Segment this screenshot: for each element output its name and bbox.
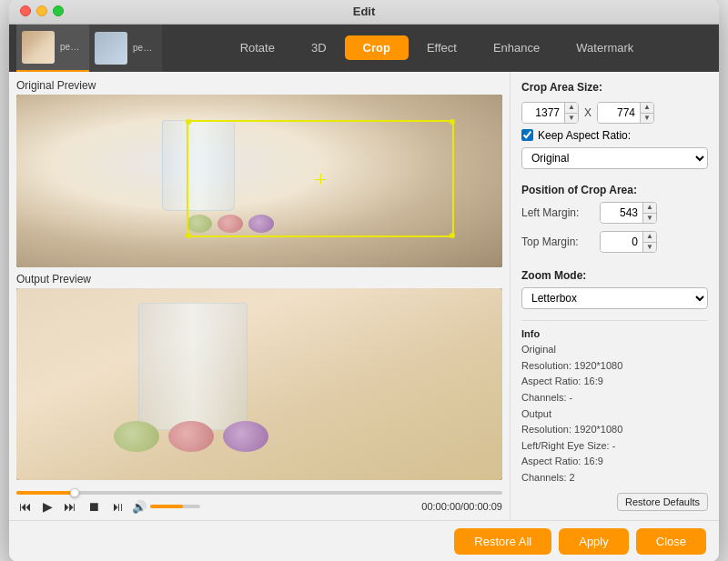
- crosshair-vertical: [320, 174, 321, 185]
- original-preview: [16, 95, 502, 267]
- width-up-button[interactable]: ▲: [565, 103, 578, 113]
- position-label: Position of Crop Area:: [521, 184, 708, 196]
- progress-fill: [16, 491, 75, 495]
- height-spinner: ▲ ▼: [640, 103, 653, 123]
- window-title: Edit: [353, 5, 376, 18]
- keep-aspect-label: Keep Aspect Ratio:: [538, 129, 631, 142]
- original-channels: Channels: -: [521, 390, 708, 406]
- output-macaron-pink: [168, 421, 214, 452]
- thumb-image-1: [22, 31, 55, 64]
- file-thumb-1[interactable]: pexels-jill-...: [16, 25, 89, 72]
- file-label-1: pexels-jill-...: [60, 42, 84, 52]
- output-preview: [16, 288, 502, 481]
- output-macaron-green: [114, 421, 159, 452]
- left-margin-down-button[interactable]: ▼: [643, 213, 656, 223]
- left-margin-input[interactable]: [601, 204, 642, 222]
- next-frame-button[interactable]: ⏯: [108, 498, 126, 515]
- output-eye-size: Left/Right Eye Size: -: [521, 438, 708, 455]
- keep-aspect-row: Keep Aspect Ratio:: [521, 129, 708, 142]
- output-info-label: Output: [521, 406, 708, 423]
- macaron-green: [187, 215, 212, 233]
- top-margin-input[interactable]: [601, 233, 642, 251]
- close-window-button[interactable]: [20, 5, 31, 16]
- restore-all-button[interactable]: Restore All: [454, 528, 551, 555]
- play-button[interactable]: ▶: [40, 498, 56, 515]
- top-margin-row: Top Margin: ▲ ▼: [521, 231, 708, 253]
- crop-handle-tr[interactable]: [450, 119, 455, 125]
- close-button[interactable]: Close: [636, 528, 706, 555]
- left-panel: Original Preview: [9, 72, 510, 521]
- preview-panel: Original Preview: [9, 72, 510, 488]
- height-input[interactable]: [598, 104, 640, 122]
- maximize-button[interactable]: [53, 5, 64, 16]
- tab-watermark[interactable]: Watermark: [558, 35, 652, 60]
- top-margin-down-button[interactable]: ▼: [643, 242, 656, 252]
- info-section: Info Original Resolution: 1920*1080 Aspe…: [521, 320, 708, 486]
- width-down-button[interactable]: ▼: [565, 113, 578, 123]
- crop-handle-bl[interactable]: [186, 233, 191, 238]
- volume-bar[interactable]: [150, 505, 200, 508]
- skip-back-button[interactable]: ⏮: [16, 498, 35, 515]
- output-aspect: Aspect Ratio: 16:9: [521, 454, 708, 470]
- tab-effect[interactable]: Effect: [409, 35, 475, 60]
- left-margin-row: Left Margin: ▲ ▼: [521, 202, 708, 224]
- apply-button[interactable]: Apply: [559, 528, 629, 555]
- crop-handle-br[interactable]: [450, 233, 455, 238]
- volume-section: 🔊: [132, 500, 200, 514]
- playbar: ⏮ ▶ ⏭ ⏹ ⏯ 🔊 00:00:00/00:00:09: [9, 487, 510, 520]
- tab-3d[interactable]: 3D: [293, 35, 345, 60]
- crop-size-row: ▲ ▼ X ▲ ▼: [521, 102, 708, 124]
- volume-fill: [150, 505, 183, 508]
- macarons-decoration: [187, 215, 274, 233]
- skip-forward-button[interactable]: ⏭: [61, 498, 79, 515]
- tab-enhance[interactable]: Enhance: [475, 35, 558, 60]
- width-input-group: ▲ ▼: [521, 102, 579, 124]
- original-resolution: Resolution: 1920*1080: [521, 358, 708, 375]
- keep-aspect-checkbox[interactable]: [521, 129, 533, 141]
- top-margin-up-button[interactable]: ▲: [643, 232, 656, 242]
- main-window: Edit pexels-jill-... pexels-ko... Rotate…: [9, 0, 719, 561]
- traffic-lights: [20, 5, 64, 16]
- glass-decoration: [162, 120, 235, 211]
- top-margin-label: Top Margin:: [521, 235, 592, 248]
- left-margin-label: Left Margin:: [521, 206, 592, 219]
- restore-defaults-button[interactable]: Restore Defaults: [617, 493, 708, 511]
- height-down-button[interactable]: ▼: [641, 113, 653, 123]
- zoom-mode-select[interactable]: Letterbox Pan & Scan None: [521, 287, 708, 309]
- output-macaron-purple: [223, 421, 268, 452]
- toolbar: pexels-jill-... pexels-ko... Rotate 3D C…: [9, 25, 719, 72]
- file-thumb-2[interactable]: pexels-ko...: [89, 25, 162, 72]
- output-resolution: Resolution: 1920*1080: [521, 422, 708, 438]
- original-aspect: Aspect Ratio: 16:9: [521, 374, 708, 390]
- output-glass: [138, 303, 248, 430]
- minimize-button[interactable]: [36, 5, 47, 16]
- title-bar: Edit: [9, 0, 719, 25]
- time-display: 00:00:00/00:00:09: [421, 501, 502, 512]
- width-spinner: ▲ ▼: [564, 103, 578, 123]
- output-channels: Channels: 2: [521, 470, 708, 486]
- original-image: [16, 95, 502, 267]
- progress-bar[interactable]: [16, 491, 502, 495]
- height-up-button[interactable]: ▲: [641, 103, 653, 113]
- aspect-ratio-select[interactable]: Original 16:9 4:3 1:1 Custom: [521, 147, 708, 169]
- macaron-purple: [248, 215, 274, 233]
- output-preview-label: Output Preview: [16, 273, 502, 286]
- progress-thumb[interactable]: [70, 488, 79, 497]
- info-title: Info: [521, 326, 708, 343]
- crosshair-horizontal: [315, 179, 326, 180]
- macaron-pink: [217, 215, 243, 233]
- top-margin-spinner: ▲ ▼: [642, 232, 656, 252]
- left-margin-up-button[interactable]: ▲: [643, 203, 656, 213]
- tab-rotate[interactable]: Rotate: [222, 35, 293, 60]
- top-margin-input-group: ▲ ▼: [600, 231, 657, 253]
- controls-row: ⏮ ▶ ⏭ ⏹ ⏯ 🔊 00:00:00/00:00:09: [16, 498, 502, 515]
- width-input[interactable]: [522, 104, 564, 122]
- stop-button[interactable]: ⏹: [85, 498, 103, 515]
- tab-section: Rotate 3D Crop Effect Enhance Watermark: [162, 25, 712, 72]
- x-label: X: [584, 106, 592, 119]
- right-panel: Crop Area Size: ▲ ▼ X ▲ ▼: [510, 72, 719, 521]
- left-margin-spinner: ▲ ▼: [642, 203, 656, 223]
- main-content: Original Preview: [9, 72, 719, 521]
- volume-icon: 🔊: [132, 500, 147, 514]
- tab-crop[interactable]: Crop: [345, 35, 409, 60]
